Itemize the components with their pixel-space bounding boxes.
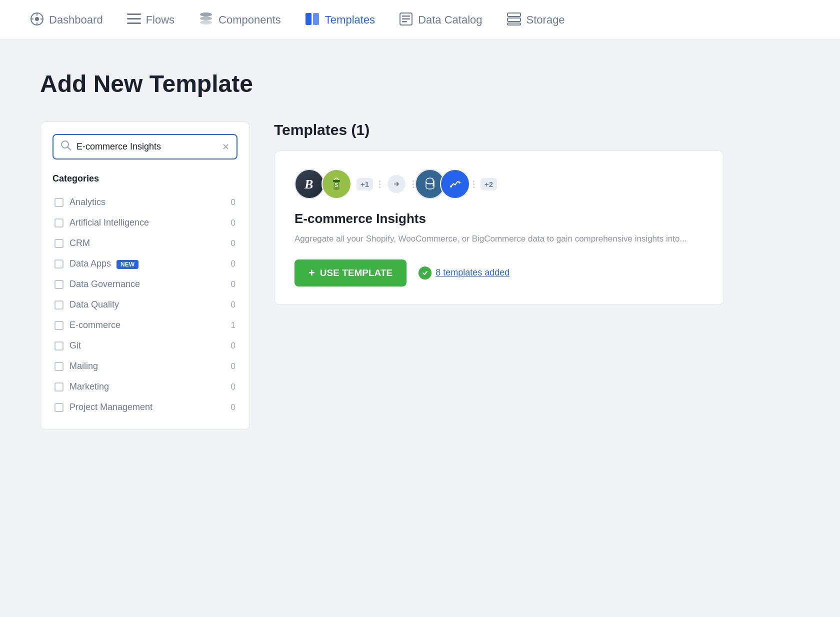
checkbox-marketing[interactable]	[54, 382, 64, 392]
clear-search-icon[interactable]: ✕	[222, 142, 230, 152]
svg-text:S: S	[334, 182, 338, 188]
search-input[interactable]	[76, 142, 217, 152]
category-item-crm: CRM 0	[52, 233, 238, 254]
category-count-git: 0	[231, 341, 236, 351]
check-circle-icon	[418, 266, 432, 280]
svg-point-30	[450, 186, 452, 188]
plus-icon: +	[308, 266, 315, 280]
checkbox-data-governance[interactable]	[54, 280, 64, 289]
nav-components[interactable]: Components	[198, 12, 281, 28]
dashboard-icon	[30, 12, 44, 28]
templates-heading: Templates (1)	[274, 122, 800, 138]
arrow-connector	[388, 175, 406, 193]
category-label-ai: Artificial Intelligence	[70, 218, 225, 228]
template-card-title: E-commerce Insights	[294, 211, 704, 226]
source-icons-group: B S	[294, 169, 352, 199]
category-label-marketing: Marketing	[70, 382, 225, 392]
svg-rect-16	[402, 18, 410, 20]
category-item-data-governance: Data Governance 0	[52, 274, 238, 294]
category-label-ecommerce: E-commerce	[70, 320, 225, 330]
checkbox-data-quality[interactable]	[54, 300, 64, 310]
category-count-project-mgmt: 0	[231, 402, 236, 412]
template-card-description: Aggregate all your Shopify, WooCommerce,…	[294, 232, 704, 246]
svg-rect-6	[127, 14, 141, 15]
nav-storage-label: Storage	[526, 14, 565, 26]
nav-storage[interactable]: Storage	[506, 12, 565, 28]
use-template-button[interactable]: + USE TEMPLATE	[294, 260, 406, 286]
checkbox-analytics[interactable]	[54, 198, 64, 207]
new-badge: NEW	[116, 260, 138, 269]
braze-icon: B	[294, 169, 324, 199]
plus-badge-right-group	[412, 180, 415, 188]
main-content: Add New Template ✕ Categories Anal	[0, 40, 840, 460]
category-count-data-quality: 0	[231, 300, 236, 310]
category-list: Analytics 0 Artificial Intelligence 0 CR…	[52, 192, 238, 418]
svg-text:B: B	[304, 177, 313, 192]
use-template-label: USE TEMPLATE	[320, 268, 392, 278]
nav-dashboard-label: Dashboard	[49, 14, 103, 26]
search-icon	[60, 140, 72, 154]
svg-rect-15	[402, 16, 410, 17]
category-label-data-governance: Data Governance	[70, 279, 225, 290]
category-count-ai: 0	[231, 218, 236, 228]
search-box[interactable]: ✕	[52, 134, 238, 160]
checkbox-project-mgmt[interactable]	[54, 403, 64, 412]
svg-rect-18	[508, 13, 520, 16]
category-label-project-mgmt: Project Management	[70, 402, 225, 412]
svg-rect-17	[402, 21, 407, 22]
category-item-project-mgmt: Project Management 0	[52, 397, 238, 418]
category-label-analytics: Analytics	[70, 197, 225, 208]
nav-templates[interactable]: Templates	[305, 12, 375, 28]
category-item-data-apps: Data Apps NEW 0	[52, 254, 238, 274]
nav-dashboard[interactable]: Dashboard	[30, 12, 103, 28]
svg-point-31	[458, 182, 460, 184]
nav-data-catalog-label: Data Catalog	[418, 14, 482, 26]
category-label-mailing: Mailing	[70, 361, 225, 372]
plus-badge-right: +2	[480, 178, 497, 190]
shopify-icon: S	[322, 169, 352, 199]
components-icon	[198, 12, 214, 28]
category-item-marketing: Marketing 0	[52, 376, 238, 397]
category-label-data-apps: Data Apps NEW	[70, 258, 225, 269]
category-count-data-governance: 0	[231, 280, 236, 290]
svg-rect-13	[313, 13, 319, 25]
category-item-data-quality: Data Quality 0	[52, 294, 238, 315]
checkbox-mailing[interactable]	[54, 362, 64, 371]
data-catalog-icon	[399, 12, 413, 28]
svg-point-10	[200, 16, 212, 20]
right-panel: Templates (1) B	[274, 122, 800, 305]
checkbox-git[interactable]	[54, 342, 64, 350]
category-count-data-apps: 0	[231, 259, 236, 269]
category-item-git: Git 0	[52, 336, 238, 356]
category-item-ecommerce: E-commerce 1	[52, 315, 238, 336]
category-label-data-quality: Data Quality	[70, 300, 225, 310]
nav-components-label: Components	[218, 14, 281, 26]
checkbox-crm[interactable]	[54, 239, 64, 248]
plus-badge-left-group: +1	[354, 178, 382, 190]
svg-rect-12	[306, 13, 312, 25]
category-item-ai: Artificial Intelligence 0	[52, 212, 238, 233]
grapher-icon	[440, 169, 470, 199]
nav-flows-label: Flows	[146, 14, 174, 26]
nav-data-catalog[interactable]: Data Catalog	[399, 12, 482, 28]
svg-rect-7	[127, 18, 141, 20]
templates-added-link[interactable]: 8 templates added	[418, 266, 510, 280]
svg-point-29	[448, 177, 462, 191]
template-actions: + USE TEMPLATE 8 templates added	[294, 260, 704, 286]
svg-point-28	[432, 184, 434, 186]
dotted-right	[473, 180, 474, 188]
checkbox-data-apps[interactable]	[54, 260, 64, 268]
category-count-marketing: 0	[231, 382, 236, 392]
nav-flows[interactable]: Flows	[127, 14, 174, 26]
category-count-analytics: 0	[231, 198, 236, 208]
svg-line-22	[68, 147, 70, 150]
templates-added-text: 8 templates added	[436, 268, 510, 278]
checkbox-ai[interactable]	[54, 218, 64, 228]
category-label-git: Git	[70, 340, 225, 351]
dest-icons-group	[415, 169, 470, 199]
svg-point-9	[200, 12, 212, 16]
checkbox-ecommerce[interactable]	[54, 321, 64, 330]
category-count-crm: 0	[231, 238, 236, 248]
navbar: Dashboard Flows Components Templates Dat…	[0, 0, 840, 40]
dotted-connector-right	[412, 180, 414, 188]
